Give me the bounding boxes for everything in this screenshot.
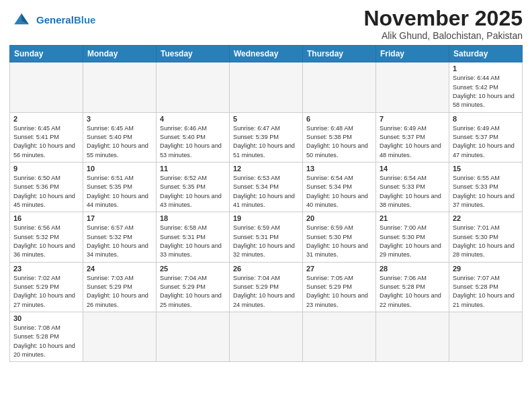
- day-number: 17: [87, 214, 152, 222]
- day-info: Sunrise: 7:07 AM Sunset: 5:28 PM Dayligh…: [453, 274, 519, 310]
- day-cell: 23Sunrise: 7:02 AM Sunset: 5:29 PM Dayli…: [10, 262, 83, 312]
- day-cell: 5Sunrise: 6:47 AM Sunset: 5:39 PM Daylig…: [230, 112, 303, 162]
- day-info: Sunrise: 6:54 AM Sunset: 5:34 PM Dayligh…: [306, 174, 372, 210]
- day-number: 27: [306, 265, 372, 273]
- location: Alik Ghund, Balochistan, Pakistan: [363, 30, 523, 41]
- day-cell: [83, 312, 157, 362]
- day-cell: 30Sunrise: 7:08 AM Sunset: 5:28 PM Dayli…: [10, 312, 83, 362]
- day-info: Sunrise: 6:45 AM Sunset: 5:40 PM Dayligh…: [87, 124, 152, 160]
- day-number: 22: [453, 214, 519, 222]
- day-info: Sunrise: 6:49 AM Sunset: 5:37 PM Dayligh…: [453, 124, 519, 160]
- day-number: 29: [453, 265, 519, 273]
- day-number: 26: [233, 265, 299, 273]
- day-info: Sunrise: 7:00 AM Sunset: 5:30 PM Dayligh…: [380, 224, 445, 259]
- day-cell: 28Sunrise: 7:06 AM Sunset: 5:28 PM Dayli…: [376, 262, 449, 312]
- th-tuesday: Tuesday: [157, 46, 230, 62]
- day-number: 28: [380, 265, 445, 273]
- day-number: 10: [87, 165, 152, 173]
- day-number: 30: [13, 314, 79, 322]
- day-number: 11: [160, 165, 226, 173]
- day-info: Sunrise: 6:44 AM Sunset: 5:42 PM Dayligh…: [453, 74, 519, 109]
- logo-general: General: [36, 14, 74, 26]
- page: GeneralBlue November 2025 Alik Ghund, Ba…: [0, 0, 532, 411]
- week-row-0: 1Sunrise: 6:44 AM Sunset: 5:42 PM Daylig…: [10, 62, 523, 112]
- day-cell: 24Sunrise: 7:03 AM Sunset: 5:29 PM Dayli…: [83, 262, 157, 312]
- day-info: Sunrise: 6:55 AM Sunset: 5:33 PM Dayligh…: [453, 174, 519, 210]
- day-number: 9: [13, 165, 79, 173]
- title-block: November 2025 Alik Ghund, Balochistan, P…: [363, 7, 523, 41]
- week-row-4: 23Sunrise: 7:02 AM Sunset: 5:29 PM Dayli…: [10, 262, 523, 312]
- day-info: Sunrise: 6:59 AM Sunset: 5:31 PM Dayligh…: [233, 224, 299, 259]
- day-info: Sunrise: 7:08 AM Sunset: 5:28 PM Dayligh…: [13, 324, 79, 359]
- month-title: November 2025: [363, 7, 523, 30]
- day-info: Sunrise: 7:03 AM Sunset: 5:29 PM Dayligh…: [87, 274, 152, 310]
- day-number: 13: [306, 165, 372, 173]
- day-cell: [157, 62, 230, 112]
- day-cell: [83, 62, 157, 112]
- day-cell: 17Sunrise: 6:57 AM Sunset: 5:32 PM Dayli…: [83, 212, 157, 262]
- day-info: Sunrise: 6:48 AM Sunset: 5:38 PM Dayligh…: [306, 124, 372, 160]
- day-cell: 6Sunrise: 6:48 AM Sunset: 5:38 PM Daylig…: [303, 112, 376, 162]
- day-cell: [376, 62, 449, 112]
- day-cell: [376, 312, 449, 362]
- day-number: 19: [233, 214, 299, 222]
- day-cell: 29Sunrise: 7:07 AM Sunset: 5:28 PM Dayli…: [449, 262, 523, 312]
- th-friday: Friday: [376, 46, 449, 62]
- day-cell: 10Sunrise: 6:51 AM Sunset: 5:35 PM Dayli…: [83, 162, 157, 212]
- day-number: 16: [13, 214, 79, 222]
- day-cell: 1Sunrise: 6:44 AM Sunset: 5:42 PM Daylig…: [449, 62, 523, 112]
- day-cell: [157, 312, 230, 362]
- th-sunday: Sunday: [10, 46, 83, 62]
- day-info: Sunrise: 7:04 AM Sunset: 5:29 PM Dayligh…: [233, 274, 299, 310]
- day-info: Sunrise: 6:53 AM Sunset: 5:34 PM Dayligh…: [233, 174, 299, 210]
- day-info: Sunrise: 7:06 AM Sunset: 5:28 PM Dayligh…: [380, 274, 445, 310]
- day-cell: 7Sunrise: 6:49 AM Sunset: 5:37 PM Daylig…: [376, 112, 449, 162]
- day-cell: 27Sunrise: 7:05 AM Sunset: 5:29 PM Dayli…: [303, 262, 376, 312]
- week-row-3: 16Sunrise: 6:56 AM Sunset: 5:32 PM Dayli…: [10, 212, 523, 262]
- day-info: Sunrise: 6:59 AM Sunset: 5:30 PM Dayligh…: [306, 224, 372, 259]
- day-cell: 2Sunrise: 6:45 AM Sunset: 5:41 PM Daylig…: [10, 112, 83, 162]
- week-row-5: 30Sunrise: 7:08 AM Sunset: 5:28 PM Dayli…: [10, 312, 523, 362]
- day-cell: 16Sunrise: 6:56 AM Sunset: 5:32 PM Dayli…: [10, 212, 83, 262]
- day-number: 7: [380, 115, 445, 123]
- week-row-2: 9Sunrise: 6:50 AM Sunset: 5:36 PM Daylig…: [10, 162, 523, 212]
- day-info: Sunrise: 7:05 AM Sunset: 5:29 PM Dayligh…: [306, 274, 372, 310]
- day-cell: 20Sunrise: 6:59 AM Sunset: 5:30 PM Dayli…: [303, 212, 376, 262]
- day-cell: 18Sunrise: 6:58 AM Sunset: 5:31 PM Dayli…: [157, 212, 230, 262]
- day-number: 3: [87, 115, 152, 123]
- logo-blue: Blue: [74, 14, 96, 26]
- calendar: Sunday Monday Tuesday Wednesday Thursday…: [9, 45, 523, 362]
- day-cell: 19Sunrise: 6:59 AM Sunset: 5:31 PM Dayli…: [230, 212, 303, 262]
- th-saturday: Saturday: [449, 46, 523, 62]
- day-cell: 9Sunrise: 6:50 AM Sunset: 5:36 PM Daylig…: [10, 162, 83, 212]
- day-number: 6: [306, 115, 372, 123]
- day-cell: [303, 312, 376, 362]
- day-cell: [230, 312, 303, 362]
- day-number: 15: [453, 165, 519, 173]
- day-info: Sunrise: 6:56 AM Sunset: 5:32 PM Dayligh…: [13, 224, 79, 259]
- day-info: Sunrise: 6:46 AM Sunset: 5:40 PM Dayligh…: [160, 124, 226, 160]
- day-cell: 14Sunrise: 6:54 AM Sunset: 5:33 PM Dayli…: [376, 162, 449, 212]
- day-cell: 22Sunrise: 7:01 AM Sunset: 5:30 PM Dayli…: [449, 212, 523, 262]
- day-cell: 25Sunrise: 7:04 AM Sunset: 5:29 PM Dayli…: [157, 262, 230, 312]
- day-info: Sunrise: 6:54 AM Sunset: 5:33 PM Dayligh…: [380, 174, 445, 210]
- day-number: 25: [160, 265, 226, 273]
- day-cell: [230, 62, 303, 112]
- day-number: 18: [160, 214, 226, 222]
- day-cell: [449, 312, 523, 362]
- day-number: 8: [453, 115, 519, 123]
- day-info: Sunrise: 6:57 AM Sunset: 5:32 PM Dayligh…: [87, 224, 152, 259]
- day-info: Sunrise: 6:58 AM Sunset: 5:31 PM Dayligh…: [160, 224, 226, 259]
- day-info: Sunrise: 7:04 AM Sunset: 5:29 PM Dayligh…: [160, 274, 226, 310]
- day-info: Sunrise: 6:50 AM Sunset: 5:36 PM Dayligh…: [13, 174, 79, 210]
- day-info: Sunrise: 6:49 AM Sunset: 5:37 PM Dayligh…: [380, 124, 445, 160]
- day-number: 21: [380, 214, 445, 222]
- day-cell: 15Sunrise: 6:55 AM Sunset: 5:33 PM Dayli…: [449, 162, 523, 212]
- day-cell: 13Sunrise: 6:54 AM Sunset: 5:34 PM Dayli…: [303, 162, 376, 212]
- day-info: Sunrise: 7:02 AM Sunset: 5:29 PM Dayligh…: [13, 274, 79, 310]
- day-number: 14: [380, 165, 445, 173]
- day-cell: 21Sunrise: 7:00 AM Sunset: 5:30 PM Dayli…: [376, 212, 449, 262]
- day-info: Sunrise: 6:47 AM Sunset: 5:39 PM Dayligh…: [233, 124, 299, 160]
- day-cell: 4Sunrise: 6:46 AM Sunset: 5:40 PM Daylig…: [157, 112, 230, 162]
- day-number: 5: [233, 115, 299, 123]
